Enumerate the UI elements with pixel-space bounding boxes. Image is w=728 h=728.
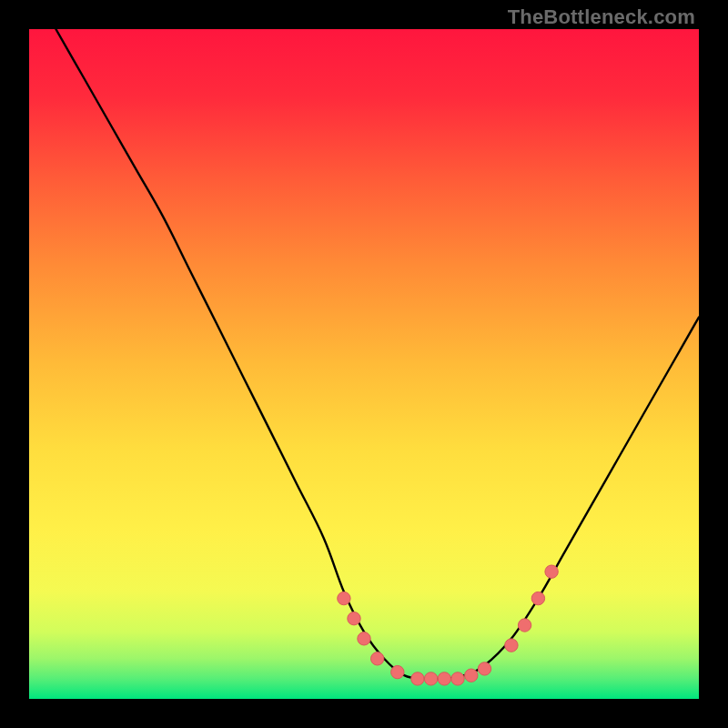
data-point bbox=[505, 639, 518, 652]
plot-area bbox=[29, 29, 699, 699]
data-point bbox=[358, 632, 370, 645]
data-point bbox=[338, 592, 350, 604]
data-point bbox=[411, 672, 424, 685]
data-point bbox=[465, 669, 478, 682]
data-point bbox=[531, 592, 544, 604]
data-point bbox=[478, 662, 490, 675]
data-point bbox=[518, 619, 531, 632]
watermark-text: TheBottleneck.com bbox=[508, 5, 695, 29]
highlighted-points bbox=[338, 565, 559, 685]
data-point bbox=[424, 672, 437, 685]
data-point bbox=[438, 672, 450, 685]
chart-svg bbox=[29, 29, 699, 699]
data-point bbox=[371, 652, 384, 665]
data-point bbox=[545, 565, 558, 578]
chart-frame: TheBottleneck.com bbox=[0, 0, 728, 728]
bottleneck-curve bbox=[56, 29, 699, 679]
data-point bbox=[348, 612, 360, 625]
data-point bbox=[391, 665, 404, 678]
data-point bbox=[451, 672, 464, 685]
